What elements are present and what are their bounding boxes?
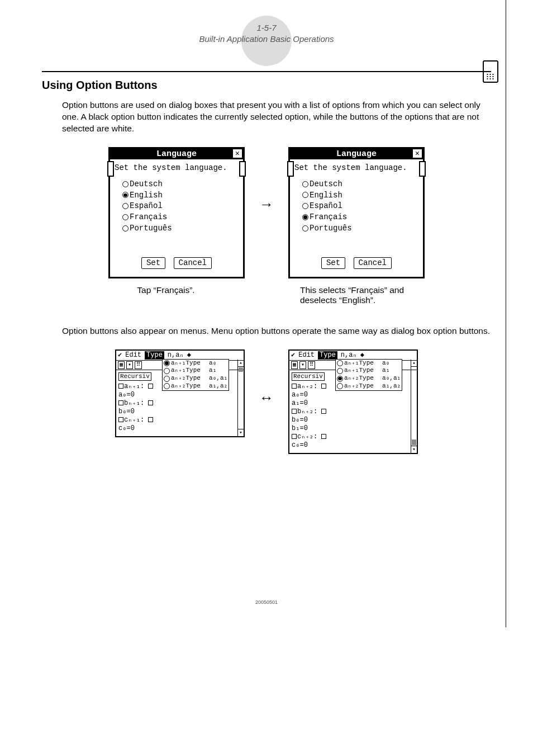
radio-option-português[interactable]: Português: [302, 223, 418, 234]
menu-option-label: aₙ₊₁Type: [171, 367, 201, 375]
radio-option-français[interactable]: Français: [122, 212, 239, 223]
toolbar-icon[interactable]: ▦: [291, 361, 298, 369]
menu-item-✔[interactable]: ✔: [291, 351, 295, 360]
menu-option[interactable]: aₙ₊₂Type a₀,a₁: [337, 375, 401, 382]
sequence-line: a₀=0: [118, 391, 241, 399]
checkbox-icon[interactable]: [292, 434, 297, 439]
radio-icon: [337, 368, 343, 374]
radio-icon: [164, 368, 170, 374]
caption-right: This selects “Français” and deselects “E…: [300, 285, 434, 305]
menu-option[interactable]: aₙ₊₂Type a₁,a₂: [337, 382, 401, 390]
vertical-scrollbar[interactable]: ▴▾: [411, 360, 417, 453]
radio-label: Español: [130, 201, 163, 211]
checkbox-icon[interactable]: [321, 409, 326, 414]
radio-label: Português: [310, 223, 352, 234]
radio-option-deutsch[interactable]: Deutsch: [122, 179, 239, 190]
dialog-prompt: Set the system language.: [294, 163, 418, 173]
toolbar-icon[interactable]: ⠿: [308, 361, 315, 369]
radio-option-deutsch[interactable]: Deutsch: [302, 179, 418, 190]
arrow-bidirectional-icon: ↔: [259, 389, 274, 407]
radio-option-english[interactable]: English: [302, 190, 418, 201]
dialog-titlebar: Language ✕: [110, 149, 243, 159]
scroll-down-icon[interactable]: ▾: [238, 429, 244, 436]
toolbar-icon[interactable]: ▦: [118, 361, 125, 369]
menu-item-n,aₙ[interactable]: n,aₙ: [341, 351, 357, 360]
dialog-prompt: Set the system language.: [115, 163, 239, 173]
language-radio-group: DeutschEnglishEspañolFrançaisPortuguês: [115, 179, 239, 234]
menu-option[interactable]: aₙ₊₁Type a₁: [164, 367, 227, 375]
vertical-scrollbar[interactable]: ▴▾: [237, 360, 244, 436]
close-icon[interactable]: ✕: [413, 149, 422, 158]
radio-option-français[interactable]: Français: [302, 212, 418, 223]
caption-left: Tap “Français”.: [99, 285, 233, 305]
language-dialog-after: Language ✕ Set the system language. Deut…: [288, 147, 425, 278]
radio-option-español[interactable]: Español: [302, 201, 418, 211]
set-button[interactable]: Set: [141, 257, 165, 269]
menu-option-label: aₙ₊₂Type: [171, 375, 201, 382]
checkbox-icon[interactable]: [148, 417, 153, 422]
checkbox-icon[interactable]: [118, 417, 123, 422]
page-footer-code: 20050501: [42, 599, 491, 605]
menu-item-edit[interactable]: Edit: [125, 351, 141, 360]
menu-option-value: a₀,a₁: [375, 375, 401, 382]
checkbox-icon[interactable]: [292, 384, 297, 389]
checkbox-icon[interactable]: [118, 400, 123, 405]
paragraph-menus: Option buttons also appear on menus. Men…: [62, 325, 491, 337]
menu-option[interactable]: aₙ₊₂Type a₀,a₁: [164, 375, 227, 382]
sequence-line: b₀=0: [118, 408, 241, 416]
toolbar-icon[interactable]: ⠿: [135, 361, 142, 369]
sequence-line: bₙ₊₂:: [292, 408, 415, 416]
language-radio-group: DeutschEnglishEspañolFrançaisPortuguês: [294, 179, 418, 234]
scroll-up-icon[interactable]: ▴: [411, 360, 417, 367]
menu-item-type[interactable]: Type: [318, 351, 337, 360]
menu-option-label: aₙ₊₂Type: [344, 382, 374, 390]
set-button[interactable]: Set: [321, 257, 345, 269]
dialog-title-text: Language: [336, 149, 377, 159]
scroll-down-icon[interactable]: ▾: [411, 446, 417, 453]
menu-item-type[interactable]: Type: [145, 351, 164, 360]
radio-icon: [122, 181, 129, 187]
radio-label: Français: [310, 212, 347, 223]
radio-icon: [122, 225, 129, 231]
radio-icon: [302, 192, 308, 198]
page-header: 1-5-7 Built-in Application Basic Operati…: [42, 22, 491, 44]
menu-item-n,aₙ[interactable]: n,aₙ: [168, 351, 184, 360]
menu-option-label: aₙ₊₁Type: [344, 360, 374, 367]
checkbox-icon[interactable]: [148, 384, 153, 389]
cancel-button[interactable]: Cancel: [354, 257, 392, 269]
toolbar-dropdown-icon[interactable]: ▾: [299, 361, 306, 369]
scroll-thumb[interactable]: [412, 440, 416, 445]
toolbar-dropdown-icon[interactable]: ▾: [126, 361, 133, 369]
sequence-line: a₁=0: [292, 399, 415, 408]
menu-option-label: aₙ₊₁Type: [171, 360, 201, 367]
checkbox-icon[interactable]: [118, 384, 123, 389]
sequence-line: a₀=0: [292, 391, 415, 399]
radio-option-english[interactable]: English: [122, 190, 239, 201]
horizontal-rule: [42, 71, 491, 72]
menu-item-edit[interactable]: Edit: [298, 351, 315, 360]
scroll-up-icon[interactable]: ▴: [238, 360, 244, 367]
radio-option-español[interactable]: Español: [122, 201, 239, 211]
radio-icon: [302, 225, 308, 231]
menu-item-◆[interactable]: ◆: [360, 351, 364, 360]
menu-option-value: a₁: [375, 367, 389, 375]
scroll-thumb[interactable]: [239, 367, 243, 372]
checkbox-icon[interactable]: [148, 400, 153, 405]
menu-item-✔[interactable]: ✔: [118, 351, 122, 360]
menu-option-label: aₙ₊₁Type: [344, 367, 374, 375]
cancel-button[interactable]: Cancel: [174, 257, 212, 269]
menu-option[interactable]: aₙ₊₁Type a₁: [337, 367, 401, 375]
menu-item-◆[interactable]: ◆: [187, 351, 191, 360]
close-icon[interactable]: ✕: [233, 149, 242, 158]
calculator-icon: [483, 60, 498, 83]
menu-option[interactable]: aₙ₊₁Type a₀: [164, 360, 227, 367]
radio-option-português[interactable]: Português: [122, 223, 239, 234]
recursive-label: Recursiv: [292, 372, 325, 381]
menu-option[interactable]: aₙ₊₂Type a₁,a₂: [164, 382, 227, 390]
checkbox-icon[interactable]: [292, 409, 297, 414]
checkbox-icon[interactable]: [321, 384, 326, 389]
checkbox-icon[interactable]: [321, 434, 326, 439]
menu-option[interactable]: aₙ₊₁Type a₀: [337, 360, 401, 367]
radio-icon: [302, 214, 308, 220]
sequence-line: c₀=0: [118, 424, 241, 433]
